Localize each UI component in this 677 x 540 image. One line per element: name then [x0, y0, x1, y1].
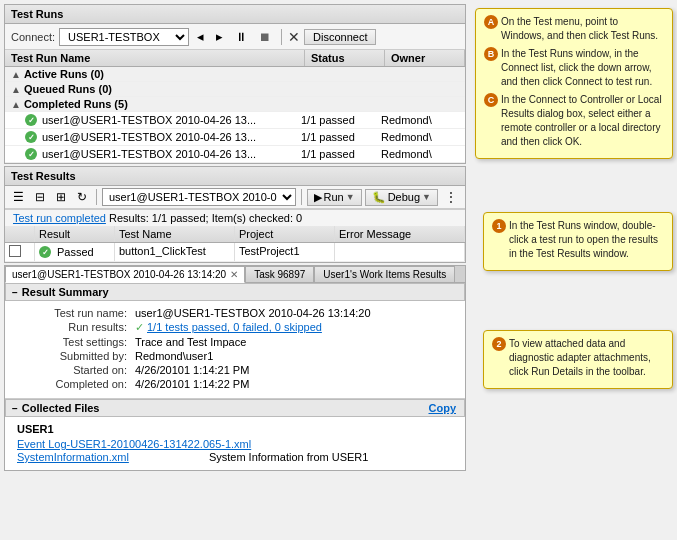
test-run-completed-link[interactable]: Test run completed [13, 212, 106, 224]
test-results-header: Test Results [5, 167, 465, 186]
tab-bar: user1@USER1-TESTBOX 2010-04-26 13:14:20 … [5, 266, 465, 283]
callout-c-text: In the Connect to Controller or Local Re… [501, 93, 664, 149]
summary-row: Test run name: user1@USER1-TESTBOX 2010-… [17, 307, 453, 319]
stop-btn[interactable]: ⏹ [255, 28, 275, 46]
run-owner-cell: Redmond\ [379, 130, 459, 144]
field-value: Redmond\user1 [135, 350, 213, 362]
group-btn[interactable]: ⊞ [52, 188, 70, 206]
field-label: Run results: [17, 321, 127, 334]
callout-b-text: In the Test Runs window, in the Connect … [501, 47, 664, 89]
more-btn[interactable]: ⋮ [441, 188, 461, 206]
connect-combo[interactable]: USER1-TESTBOX [59, 28, 189, 46]
queued-runs-row[interactable]: ▲ Queued Runs (0) [5, 82, 465, 97]
run-owner-cell: Redmond\ [379, 147, 459, 161]
disconnect-btn[interactable]: Disconnect [304, 29, 376, 45]
callout-2-text: To view attached data and diagnostic ada… [509, 337, 664, 379]
sep1 [281, 29, 282, 45]
field-value: user1@USER1-TESTBOX 2010-04-26 13:14:20 [135, 307, 371, 319]
columns-btn[interactable]: ☰ [9, 188, 28, 206]
summary-row: Started on: 4/26/20101 1:14:21 PM [17, 364, 453, 376]
tab-task[interactable]: Task 96897 [245, 266, 314, 282]
row-result: Passed [35, 243, 115, 261]
callout-a-text: On the Test menu, point to Windows, and … [501, 15, 664, 43]
field-value: 4/26/20101 1:14:21 PM [135, 364, 249, 376]
summary-row: Run results: ✓ 1/1 tests passed, 0 faile… [17, 321, 453, 334]
field-label: Test settings: [17, 336, 127, 348]
field-label: Completed on: [17, 378, 127, 390]
col-name: Test Run Name [5, 50, 305, 66]
nav-fwd-btn[interactable]: ▸ [212, 27, 227, 46]
callout-a-letter: A [484, 15, 498, 29]
collapse-icon: − [12, 287, 18, 298]
callout-abc: A On the Test menu, point to Windows, an… [475, 8, 673, 159]
callout-1: 1 In the Test Runs window, double-click … [483, 212, 673, 271]
run-name-cell: user1@USER1-TESTBOX 2010-04-26 13... [40, 113, 299, 127]
chevron-icon: ▲ [11, 99, 21, 110]
row-project: TestProject1 [235, 243, 335, 261]
run-icon: ▶ [314, 191, 322, 204]
col-owner: Owner [385, 50, 465, 66]
result-summary-header[interactable]: − Result Summary [5, 283, 465, 301]
sep3 [301, 189, 302, 205]
sep2 [96, 189, 97, 205]
callout-2: 2 To view attached data and diagnostic a… [483, 330, 673, 389]
run-results-link[interactable]: 1/1 tests passed, 0 failed, 0 skipped [147, 321, 322, 334]
refresh-btn[interactable]: ↻ [73, 188, 91, 206]
row-checkbox[interactable] [5, 243, 35, 261]
table-row[interactable]: user1@USER1-TESTBOX 2010-04-26 13... 1/1… [5, 129, 465, 146]
field-label: Submitted by: [17, 350, 127, 362]
chevron-icon: ▲ [11, 84, 21, 95]
tab-close-icon[interactable]: ✕ [230, 269, 238, 280]
callout-c-letter: C [484, 93, 498, 107]
tab-run[interactable]: user1@USER1-TESTBOX 2010-04-26 13:14:20 … [5, 266, 245, 283]
run-combo[interactable]: user1@USER1-TESTBOX 2010-04- [102, 188, 296, 206]
icon-circle-green [25, 114, 37, 126]
callout-num-2: 2 [492, 337, 506, 351]
x-icon: ✕ [288, 29, 300, 45]
col-error: Error Message [335, 226, 465, 242]
tab-work-items[interactable]: User1's Work Items Results [314, 266, 455, 282]
col-test-name: Test Name [115, 226, 235, 242]
nav-back-btn[interactable]: ◂ [193, 27, 208, 46]
active-runs-row[interactable]: ▲ Active Runs (0) [5, 67, 465, 82]
debug-btn[interactable]: 🐛 Debug ▼ [365, 189, 438, 206]
collapse-icon: − [12, 403, 18, 414]
run-owner-cell: Redmond\ [379, 113, 459, 127]
run-dropdown-arrow: ▼ [346, 192, 355, 202]
icon-circle-green [25, 131, 37, 143]
run-status-cell: 1/1 passed [299, 130, 379, 144]
table-row[interactable]: user1@USER1-TESTBOX 2010-04-26 13... 1/1… [5, 112, 465, 129]
test-runs-grid-header: Test Run Name Status Owner [5, 50, 465, 67]
field-value: 4/26/20101 1:14:22 PM [135, 378, 249, 390]
completed-runs-row[interactable]: ▲ Completed Runs (5) [5, 97, 465, 112]
callout-b-letter: B [484, 47, 498, 61]
result-summary-content: Test run name: user1@USER1-TESTBOX 2010-… [5, 301, 465, 398]
pause-btn[interactable]: ⏸ [231, 28, 251, 46]
collected-files-section: − Collected Files Copy USER1 Event Log-U… [5, 398, 465, 470]
status-detail: Results: 1/1 passed; Item(s) checked: 0 [109, 212, 302, 224]
results-status-bar: Test run completed Results: 1/1 passed; … [5, 209, 465, 226]
copy-btn[interactable]: Copy [429, 402, 457, 414]
col-checkbox [5, 226, 35, 242]
filter-btn[interactable]: ⊟ [31, 188, 49, 206]
col-status: Status [305, 50, 385, 66]
debug-dropdown-arrow: ▼ [422, 192, 431, 202]
run-btn[interactable]: ▶ Run ▼ [307, 189, 362, 206]
results-grid-header: Result Test Name Project Error Message [5, 226, 465, 243]
debug-icon: 🐛 [372, 191, 386, 204]
field-label: Test run name: [17, 307, 127, 319]
run-name-cell: user1@USER1-TESTBOX 2010-04-26 13... [40, 147, 299, 161]
run-status-cell: 1/1 passed [299, 113, 379, 127]
test-runs-header: Test Runs [5, 5, 465, 24]
user-label: USER1 [17, 423, 453, 435]
col-result: Result [35, 226, 115, 242]
connect-label: Connect: [11, 31, 55, 43]
collected-files-header[interactable]: − Collected Files Copy [5, 399, 465, 417]
file-link-2[interactable]: SystemInformation.xml [17, 451, 129, 463]
result-icon [39, 246, 51, 258]
field-value-icon: ✓ [135, 321, 144, 334]
results-row[interactable]: Passed button1_ClickTest TestProject1 [5, 243, 465, 262]
file-link-1[interactable]: Event Log-USER1-20100426-131422.065-1.xm… [17, 438, 251, 450]
checkbox-icon[interactable] [9, 245, 21, 257]
table-row[interactable]: user1@USER1-TESTBOX 2010-04-26 13... 1/1… [5, 146, 465, 163]
